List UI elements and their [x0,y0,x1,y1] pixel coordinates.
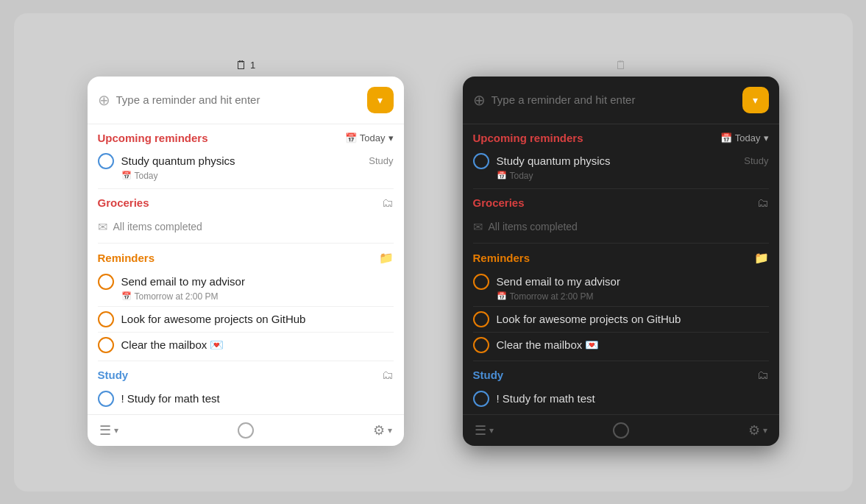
dark-circle-send-email[interactable] [473,274,489,290]
light-toolbar-left[interactable]: ☰ ▾ [99,422,118,439]
dark-tag-study-quantum: Study [744,155,768,166]
light-item-study-quantum-main: Study quantum physics Study [98,153,394,169]
light-search-input[interactable] [116,93,361,106]
light-circle-study-quantum[interactable] [98,153,114,169]
light-item-send-email: Send email to my advisor 📅 Tomorrow at 2… [98,269,394,307]
light-today-chevron: ▾ [388,132,394,143]
dark-today-btn[interactable]: 📅 Today ▾ [720,132,769,143]
dark-circle-mailbox[interactable] [473,337,489,353]
light-today-label: Today [360,132,386,143]
light-top-bar-icon: 🗒 [235,59,247,72]
light-toolbar-circle[interactable] [238,422,254,439]
light-circle-math[interactable] [98,391,114,407]
light-tag-study-quantum: Study [369,155,393,166]
dark-send-email-main: Send email to my advisor [473,274,769,290]
dark-circle-study-quantum[interactable] [473,153,489,169]
light-sub-text-send-email: Tomorrow at 2:00 PM [135,291,219,302]
light-text-study-quantum: Study quantum physics [121,155,362,167]
dark-reminders-header: Reminders 📁 [473,251,769,265]
light-search-row: ⊕ ▾ [88,77,404,124]
dark-circle-math[interactable] [473,391,489,407]
light-text-github: Look for awesome projects on GitHub [121,313,394,325]
dark-sub-study-quantum: 📅 Today [473,171,769,181]
light-item-study-quantum: Study quantum physics Study 📅 Today [98,149,394,185]
light-today-btn[interactable]: 📅 Today ▾ [345,132,394,143]
light-top-bar-count: 1 [250,60,255,71]
light-groceries-envelope-icon: ✉ [98,220,107,234]
main-container: 🗒 1 ⊕ ▾ Upcoming reminders 📅 [14,13,853,491]
dark-upcoming-title: Upcoming reminders [473,132,583,144]
light-circle-send-email[interactable] [98,274,114,290]
light-sub-cal-icon: 📅 [121,171,132,180]
light-study-folder-icon[interactable]: 🗂 [382,369,394,382]
light-dropdown-icon: ▾ [377,94,383,106]
dark-sub-send-email: 📅 Tomorrow at 2:00 PM [473,291,769,302]
light-sub-cal-email: 📅 [121,291,132,301]
dark-toolbar-right-chevron: ▾ [763,425,767,436]
light-circle-mailbox[interactable] [98,337,114,353]
dark-groceries-completed-text: All items completed [489,221,578,233]
dark-circle-github[interactable] [473,311,489,327]
light-calendar-icon: 📅 [345,132,357,143]
dark-toolbar-right[interactable]: ⚙ ▾ [748,422,767,439]
dark-search-input[interactable] [491,93,737,106]
light-sub-send-email: 📅 Tomorrow at 2:00 PM [98,291,394,302]
light-toolbar-right-chevron: ▾ [388,425,392,436]
light-toolbar-gear-icon: ⚙ [373,422,385,439]
dark-math-main: ! Study for math test [473,391,769,407]
light-text-math: ! Study for math test [121,392,394,405]
light-dropdown-btn[interactable]: ▾ [367,87,394,113]
dark-toolbar-circle[interactable] [613,422,629,439]
light-section-groceries: Groceries 🗂 ✉ All items completed [98,189,394,243]
dark-search-row: ⊕ ▾ [463,77,779,124]
dark-add-icon[interactable]: ⊕ [473,91,486,109]
dark-groceries-folder-icon[interactable]: 🗂 [757,196,769,210]
dark-groceries-completed: ✉ All items completed [473,214,769,240]
dark-github-main: Look for awesome projects on GitHub [473,311,769,327]
dark-section-study: Study 🗂 ! Study for math test [473,361,769,414]
light-section-study: Study 🗂 ! Study for math test [98,361,394,414]
light-text-send-email: Send email to my advisor [121,275,394,288]
light-widget-wrapper: 🗒 1 ⊕ ▾ Upcoming reminders 📅 [88,59,404,446]
dark-toolbar-left[interactable]: ☰ ▾ [475,422,494,439]
light-send-email-main: Send email to my advisor [98,274,394,290]
light-upcoming-header: Upcoming reminders 📅 Today ▾ [98,132,394,144]
dark-sub-cal-email: 📅 [497,291,507,301]
dark-panel: ⊕ ▾ Upcoming reminders 📅 Today ▾ [463,77,779,446]
dark-toolbar-left-chevron: ▾ [489,425,494,436]
dark-section-reminders: Reminders 📁 Send email to my advisor 📅 T… [473,244,769,361]
dark-groceries-title: Groceries [473,196,525,209]
dark-today-label: Today [735,132,761,143]
dark-item-github: Look for awesome projects on GitHub [473,307,769,333]
light-github-main: Look for awesome projects on GitHub [98,311,394,327]
dark-text-math: ! Study for math test [497,392,769,405]
dark-text-mailbox: Clear the mailbox 💌 [497,338,769,352]
light-groceries-title: Groceries [98,196,149,209]
light-text-mailbox: Clear the mailbox 💌 [121,338,394,352]
light-study-header: Study 🗂 [98,369,394,382]
light-content: Upcoming reminders 📅 Today ▾ Study quant… [88,124,404,414]
dark-section-upcoming: Upcoming reminders 📅 Today ▾ Study quant… [473,124,769,188]
light-circle-github[interactable] [98,311,114,327]
dark-toolbar-gear-icon: ⚙ [748,422,760,439]
light-reminders-folder-icon[interactable]: 📁 [379,251,394,265]
light-toolbar-right[interactable]: ⚙ ▾ [373,422,392,439]
dark-item-mailbox: Clear the mailbox 💌 [473,333,769,358]
dark-content: Upcoming reminders 📅 Today ▾ Study quant… [463,124,779,414]
dark-widget-wrapper: 🗒 ⊕ ▾ Upcoming reminders 📅 [463,59,779,446]
dark-dropdown-btn[interactable]: ▾ [742,87,769,113]
dark-top-bar-icon: 🗒 [615,59,627,72]
dark-item-math-test: ! Study for math test [473,386,769,411]
light-groceries-folder-icon[interactable]: 🗂 [382,196,394,210]
light-section-upcoming: Upcoming reminders 📅 Today ▾ Study quant… [98,124,394,188]
dark-toolbar-list-icon: ☰ [475,422,486,439]
light-reminders-title: Reminders [98,252,155,264]
light-toolbar-list-icon: ☰ [99,422,111,439]
dark-sub-text-send-email: Tomorrow at 2:00 PM [510,291,594,302]
light-item-github: Look for awesome projects on GitHub [98,307,394,333]
dark-study-folder-icon[interactable]: 🗂 [757,369,769,382]
light-add-icon[interactable]: ⊕ [98,91,110,109]
light-toolbar-left-chevron: ▾ [114,425,118,436]
dark-text-send-email: Send email to my advisor [497,275,769,288]
dark-reminders-folder-icon[interactable]: 📁 [754,251,769,265]
